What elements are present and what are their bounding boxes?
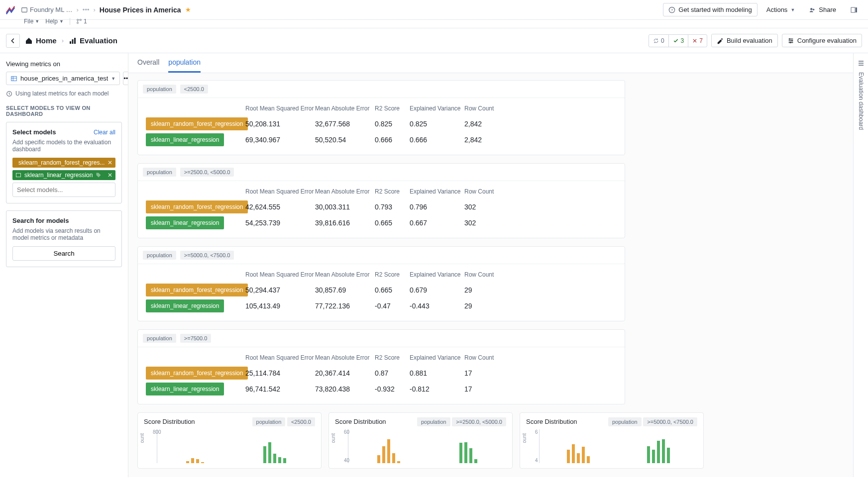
metric-row: sklearn_linear_regression105,413.4977,72…	[146, 298, 619, 314]
home-link[interactable]: Home	[25, 36, 57, 45]
metrics-panel: population>=7500.0.Root Mean Squared Err…	[137, 329, 625, 404]
build-evaluation-button[interactable]: Build evaluation	[711, 34, 778, 47]
metric-header: Mean Absolute Error	[315, 354, 375, 365]
metric-header: Row Count	[464, 354, 509, 365]
subset-label: population	[143, 85, 176, 94]
chart-title: Score Distribution	[144, 418, 195, 425]
search-models-title: Search for models	[12, 217, 115, 224]
tabs: Overall population	[128, 53, 853, 73]
model-chip-rf: sklearn_random_forest_regres... ✕	[12, 158, 115, 168]
select-models-title: Select models	[12, 128, 56, 136]
metric-header: Mean Absolute Error	[315, 105, 375, 116]
chart-bars	[539, 429, 697, 463]
metric-header: R2 Score	[375, 105, 410, 116]
select-models-desc: Add specific models to the evaluation da…	[12, 139, 115, 153]
build-status[interactable]: 0 3 7	[649, 34, 707, 47]
chart-subset-label: population	[417, 417, 450, 426]
model-icon	[15, 172, 21, 178]
help-menu[interactable]: Help▼	[45, 18, 64, 25]
metric-value: 302	[464, 215, 509, 231]
main-area: Overall population population<2500.0.Roo…	[128, 53, 853, 477]
dataset-more-button[interactable]: •••	[123, 72, 128, 85]
actions-menu[interactable]: Actions ▼	[761, 3, 800, 16]
svg-rect-5	[851, 7, 855, 12]
section-header: SELECT MODELS TO VIEW ON DASHBOARD	[6, 105, 122, 117]
metric-value: 0.666	[410, 132, 464, 148]
metric-row: sklearn_random_forest_regression50,208.1…	[146, 116, 619, 132]
metric-header: Root Mean Squared Error	[245, 188, 315, 199]
svg-point-14	[791, 40, 793, 41]
metric-value: -0.443	[410, 298, 464, 314]
svg-point-13	[789, 38, 790, 40]
subset-label: population	[143, 168, 176, 177]
model-badge: sklearn_random_forest_regression	[146, 367, 248, 380]
divider	[70, 18, 70, 25]
metric-value: -0.47	[375, 298, 410, 314]
metrics-panel: population>=5000.0, <7500.0.Root Mean Sq…	[137, 246, 625, 321]
metric-value: 17	[464, 365, 509, 381]
chart-subset-range: <2500.0	[287, 417, 315, 426]
tab-overall[interactable]: Overall	[137, 58, 159, 73]
chart-subset-range: >=5000.0, <7500.0	[643, 417, 697, 426]
clear-all-link[interactable]: Clear all	[94, 129, 115, 136]
arrow-left-icon	[9, 37, 16, 44]
metric-value: 39,816.616	[315, 215, 375, 231]
search-models-desc: Add models via search results on model m…	[12, 227, 115, 241]
metric-value: -0.812	[410, 381, 464, 397]
get-started-button[interactable]: ? Get started with modeling	[663, 3, 757, 16]
metric-value: 0.667	[410, 215, 464, 231]
metric-value: 20,367.414	[315, 365, 375, 381]
metric-value: 0.665	[375, 282, 410, 298]
breadcrumb-project[interactable]: Foundry ML …	[21, 6, 73, 13]
metrics-panel: population>=2500.0, <5000.0.Root Mean Sq…	[137, 163, 625, 238]
help-icon: ?	[668, 6, 675, 13]
tab-population[interactable]: population	[168, 58, 201, 73]
app-logo	[5, 4, 16, 15]
panel-toggle-button[interactable]	[845, 3, 863, 16]
subset-label: population	[143, 334, 176, 343]
metric-header: Mean Absolute Error	[315, 271, 375, 282]
search-button[interactable]: Search	[12, 246, 115, 261]
clock-icon	[6, 91, 12, 97]
y-axis-ticks: 6040	[344, 429, 349, 463]
metric-value: 29	[464, 298, 509, 314]
metric-value: 50,294.437	[245, 282, 315, 298]
back-button[interactable]	[6, 34, 20, 48]
metric-value: 25,114.784	[245, 365, 315, 381]
branch-indicator[interactable]: 1	[76, 18, 87, 25]
model-badge: sklearn_random_forest_regression	[146, 200, 248, 213]
rail-dashboard-tab[interactable]: Evaluation dashboard	[858, 72, 865, 130]
dataset-select[interactable]: house_prices_in_america_test ▼	[6, 72, 120, 85]
metric-header: Explained Variance	[410, 188, 464, 199]
y-axis-label: ount	[330, 433, 336, 443]
file-menu[interactable]: File▼	[24, 18, 39, 25]
model-badge: sklearn_random_forest_regression	[146, 117, 248, 130]
list-icon[interactable]	[857, 59, 865, 67]
configure-evaluation-button[interactable]: Configure evaluation	[782, 34, 862, 47]
metrics-panel: population<2500.0.Root Mean Squared Erro…	[137, 80, 625, 155]
model-badge: sklearn_linear_regression	[146, 133, 224, 146]
page-title: House Prices in America	[100, 6, 181, 14]
svg-point-8	[77, 22, 78, 24]
svg-rect-11	[72, 39, 74, 44]
y-axis-label: ount	[522, 433, 527, 443]
panel-icon	[850, 6, 858, 14]
metric-header: Row Count	[464, 105, 509, 116]
file-menu-bar: File▼ Help▼ 1	[0, 17, 868, 25]
chart-icon	[69, 37, 77, 45]
viewing-label: Viewing metrics on	[6, 60, 122, 68]
share-button[interactable]: Share	[804, 3, 841, 16]
metric-header: Mean Absolute Error	[315, 188, 375, 199]
remove-chip-icon[interactable]: ✕	[108, 159, 112, 166]
svg-point-4	[813, 8, 815, 10]
ellipsis-icon[interactable]: •••	[83, 6, 90, 13]
chart-bars	[157, 429, 315, 463]
svg-point-15	[790, 42, 791, 43]
select-models-input[interactable]	[12, 183, 115, 197]
metric-value: 105,413.49	[245, 298, 315, 314]
latest-metrics-info: Using latest metrics for each model	[6, 90, 122, 97]
metric-header: R2 Score	[375, 354, 410, 365]
star-icon[interactable]: ★	[185, 6, 191, 13]
remove-chip-icon[interactable]: ✕	[108, 172, 112, 179]
model-chip-lr: sklearn_linear_regression ✕	[12, 170, 115, 180]
